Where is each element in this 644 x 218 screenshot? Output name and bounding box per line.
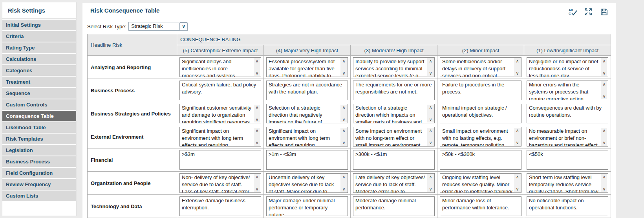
consequence-cell-input[interactable]: Minor damage loss of performance within … [440, 196, 521, 216]
column-header-5: (5) Catastrophic/ Extreme Impact [177, 45, 264, 56]
sidebar-item-business-process[interactable]: Business Process [2, 156, 76, 167]
scrollbar[interactable]: ∧∨ [254, 104, 260, 123]
headline-risk-header: Headline Risk [88, 34, 177, 56]
sidebar-item-calculations[interactable]: Calculations [2, 54, 76, 64]
cell-text: Minimal impact on strategic / operationa… [442, 105, 507, 118]
scrollbar[interactable]: ∧∨ [254, 174, 260, 192]
consequence-cell-input[interactable]: Major damage under minimal performance o… [266, 196, 348, 216]
scrollbar[interactable]: ∧∨ [601, 128, 607, 146]
scrollbar[interactable]: ∧∨ [340, 104, 347, 123]
sidebar-item-criteria[interactable]: Criteria [2, 31, 76, 42]
sidebar-item-custom-controls[interactable]: Custom Controls [2, 99, 76, 110]
row-label: Technology and Data [88, 195, 177, 218]
cell-text: Small impact on environment with no last… [442, 128, 508, 147]
sidebar-item-review-frequency[interactable]: Review Frequency [2, 179, 76, 190]
sidebar-item-initial-settings[interactable]: Initial Settings [2, 20, 76, 30]
cell-text: Ongoing low staffing level reduces servi… [442, 174, 512, 193]
cell-text: No noticeable impact on operational func… [529, 198, 584, 211]
sidebar-item-legislation[interactable]: Legislation [2, 145, 76, 156]
sidebar-item-rating-type[interactable]: Rating Type [2, 42, 76, 53]
sidebar-item-risk-templates[interactable]: Risk Templates [2, 134, 76, 144]
scrollbar[interactable]: ∧∨ [514, 58, 521, 76]
risk-settings-sidebar: Risk Settings Initial Settings Criteria … [2, 2, 77, 216]
scrollbar[interactable]: ∧∨ [427, 104, 434, 123]
scrollbar[interactable]: ∧∨ [254, 58, 260, 76]
cell-text: Moderate damage minimal performance. [355, 198, 416, 211]
scrollbar[interactable]: ∧∨ [427, 174, 434, 192]
consequence-cell-input[interactable]: Critical system failure, bad policy advi… [179, 81, 261, 100]
consequence-cell-input[interactable]: Uncertain delivery of key objective/ ser… [266, 173, 348, 193]
consequence-cell-input[interactable]: Some impact on environment with no long-… [353, 127, 435, 147]
consequence-cell-input[interactable]: Negligible or no impact or brief reducti… [527, 57, 608, 77]
column-header-3: (3) Moderate/ High Impact [351, 45, 437, 56]
consequence-cell-input[interactable]: Essential process/system not available f… [266, 57, 348, 77]
table-row: External Environment Significant impact … [88, 125, 611, 148]
consequence-cell-input[interactable]: Short term low staffing level temporaril… [527, 173, 608, 193]
scrollbar[interactable]: ∧∨ [601, 174, 607, 192]
consequence-cell-input[interactable]: No measurable impact on environment or b… [527, 127, 608, 147]
sidebar-item-field-configuration[interactable]: Field Configuration [2, 168, 76, 178]
cell-text: >$3m [182, 151, 195, 157]
scrollbar[interactable]: ∧∨ [340, 58, 347, 76]
consequence-cell-input[interactable]: >50k - <$300k∧∨ [440, 150, 521, 170]
consequence-rating-group-header: CONSEQUENCE RATING [177, 34, 611, 45]
consequence-cell-input[interactable]: Small impact on environment with no last… [440, 127, 521, 147]
consequence-cell-input[interactable]: Significant customer sensitivity and dam… [179, 104, 261, 123]
consequence-cell-input[interactable]: Significant delays and inefficiencies in… [179, 57, 261, 77]
consequence-cell-input[interactable]: No noticeable impact on operational func… [527, 196, 608, 216]
sidebar-item-sequence[interactable]: Sequence [2, 88, 76, 99]
consequence-cell-input[interactable]: >$3m∧∨ [179, 150, 261, 170]
cell-text: The requirements for one or more respons… [355, 82, 432, 95]
row-label: Analyzing and Reporting [88, 56, 177, 79]
cell-text: Significant customer sensitivity and dam… [182, 105, 251, 123]
consequence-cell-input[interactable]: >300k - <$1m∧∨ [353, 150, 435, 170]
consequence-cell-input[interactable]: <$50k∧∨ [527, 150, 608, 170]
consequence-cell-input[interactable]: Non- delivery of key objective/ service … [179, 173, 261, 193]
consequence-cell-input[interactable]: Significant impact on environment with l… [266, 127, 348, 147]
scrollbar[interactable]: ∧∨ [601, 81, 607, 99]
risk-type-select[interactable]: Strategic Risk ∨ [128, 22, 188, 31]
sidebar-item-categories[interactable]: Categories [2, 65, 76, 76]
consequence-cell-input[interactable]: Selection of a strategic direction which… [353, 104, 435, 123]
cell-text: Critical system failure, bad policy advi… [182, 82, 256, 95]
consequence-cell-input[interactable]: Minor errors within the systems or proce… [527, 81, 608, 100]
chevron-down-icon[interactable]: ∨ [179, 22, 188, 30]
scrollbar[interactable]: ∧∨ [427, 58, 434, 76]
row-label: Financial [88, 148, 177, 172]
cell-text: >1m - <$3m [269, 151, 296, 157]
sidebar-item-likelihood-table[interactable]: Likelihood Table [2, 122, 76, 133]
scrollbar[interactable]: ∧∨ [340, 174, 347, 192]
page-title: Risk Consequence Table [87, 7, 159, 14]
consequence-cell-input[interactable]: Some inefficiencies and/or delays in del… [440, 57, 521, 77]
scrollbar[interactable]: ∧∨ [427, 128, 434, 146]
consequence-cell-input[interactable]: Strategies are not in accordance with th… [266, 81, 348, 100]
spell-check-icon[interactable]: AB C [568, 7, 577, 16]
cell-text: Significant impact on environment with l… [182, 128, 243, 147]
cell-text: <$50k [529, 151, 543, 157]
sidebar-item-treatment[interactable]: Treatment [2, 77, 76, 87]
sidebar-item-custom-lists[interactable]: Custom Lists [2, 191, 76, 201]
consequence-cell-input[interactable]: Extensive damage business interruption.∧… [179, 196, 261, 216]
consequence-cell-input[interactable]: Consequences are dealt with by routine o… [527, 104, 608, 123]
consequence-cell-input[interactable]: Minimal impact on strategic / operationa… [440, 104, 521, 123]
consequence-cell-input[interactable]: Inability to provide key support service… [353, 57, 435, 77]
scrollbar[interactable]: ∧∨ [514, 128, 521, 146]
fullscreen-icon[interactable] [584, 7, 593, 16]
scrollbar[interactable]: ∧∨ [254, 128, 260, 146]
consequence-cell-input[interactable]: Late delivery of key objectives/ service… [353, 173, 435, 193]
row-label: Business Process [88, 79, 177, 102]
save-icon[interactable] [599, 7, 609, 16]
sidebar-item-consequence-table[interactable]: Consequence Table [2, 111, 76, 121]
scrollbar[interactable]: ∧∨ [340, 128, 347, 146]
consequence-cell-input[interactable]: >1m - <$3m∧∨ [266, 150, 348, 170]
consequence-cell-input[interactable]: The requirements for one or more respons… [353, 81, 435, 100]
scrollbar[interactable]: ∧∨ [601, 58, 607, 76]
cell-text: Significant delays and inefficiencies in… [182, 59, 239, 77]
scrollbar[interactable]: ∧∨ [514, 174, 521, 192]
consequence-cell-input[interactable]: Significant impact on environment with l… [179, 127, 261, 147]
consequence-cell-input[interactable]: Failure to procedures in the process.∧∨ [440, 81, 521, 100]
consequence-cell-input[interactable]: Moderate damage minimal performance.∧∨ [353, 196, 435, 216]
consequence-cell-input[interactable]: Ongoing low staffing level reduces servi… [440, 173, 521, 193]
table-row: Analyzing and Reporting Significant dela… [88, 56, 611, 79]
consequence-cell-input[interactable]: Selection of a strategic direction that … [266, 104, 348, 123]
